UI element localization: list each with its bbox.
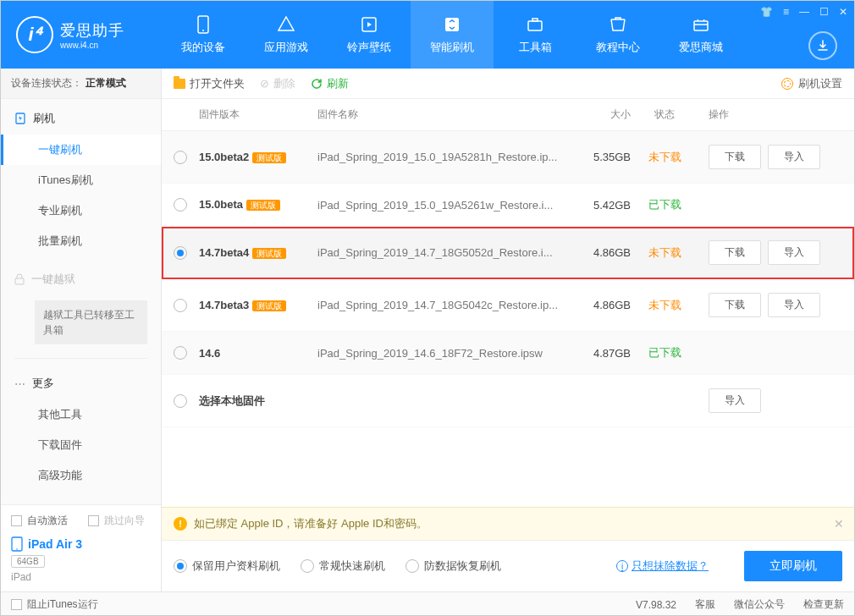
delete-icon: ⊘	[260, 77, 269, 90]
sidebar-item-more-1[interactable]: 下载固件	[1, 430, 161, 460]
option-keep-data[interactable]: 保留用户资料刷机	[174, 558, 280, 574]
refresh-button[interactable]: 刷新	[311, 76, 349, 91]
toolbar: 打开文件夹 ⊘删除 刷新 刷机设置	[162, 69, 854, 99]
sidebar-item-more-0[interactable]: 其他工具	[1, 399, 161, 430]
beta-badge: 测试版	[246, 200, 280, 211]
action-bar: 保留用户资料刷机 常规快速刷机 防数据恢复刷机 i只想抹除数据？ 立即刷机	[162, 540, 854, 591]
table-row[interactable]: 14.7beta4测试版iPad_Spring_2019_14.7_18G505…	[162, 227, 854, 279]
nav-icon	[525, 14, 545, 35]
nav-icon	[608, 14, 628, 35]
open-folder-button[interactable]: 打开文件夹	[174, 76, 245, 91]
svg-point-10	[16, 548, 18, 550]
connection-status: 设备连接状态：正常模式	[1, 69, 161, 99]
nav-6[interactable]: 爱思商城	[659, 1, 742, 69]
more-icon: ⋯	[14, 377, 25, 390]
flash-now-button[interactable]: 立即刷机	[744, 551, 842, 581]
row-radio[interactable]	[174, 299, 187, 312]
table-row[interactable]: 15.0beta测试版iPad_Spring_2019_15.0_19A5261…	[162, 184, 854, 227]
skin-icon[interactable]: 👕	[760, 6, 773, 18]
table-row[interactable]: 选择本地固件导入	[162, 375, 854, 427]
flash-settings-button[interactable]: 刷机设置	[781, 76, 842, 91]
nav-5[interactable]: 教程中心	[576, 1, 659, 69]
table-header: 固件版本 固件名称 大小 状态 操作	[162, 99, 854, 131]
apple-id-notice: ! 如已绑定 Apple ID，请准备好 Apple ID和密码。 ✕	[162, 507, 854, 540]
sidebar-item-flash-1[interactable]: iTunes刷机	[1, 165, 161, 195]
erase-data-link[interactable]: i只想抹除数据？	[616, 558, 709, 574]
table-row[interactable]: 14.7beta3测试版iPad_Spring_2019_14.7_18G504…	[162, 279, 854, 332]
import-button[interactable]: 导入	[768, 293, 820, 317]
table-row[interactable]: 14.6iPad_Spring_2019_14.6_18F72_Restore.…	[162, 332, 854, 375]
nav-icon	[442, 14, 462, 35]
nav-1[interactable]: 应用游戏	[245, 1, 328, 69]
nav-icon	[276, 14, 296, 35]
minimize-icon[interactable]: —	[799, 6, 809, 18]
delete-button[interactable]: ⊘删除	[260, 76, 295, 91]
firmware-table: 15.0beta2测试版iPad_Spring_2019_15.0_19A528…	[162, 131, 854, 507]
download-button[interactable]: 下载	[709, 240, 761, 265]
row-radio[interactable]	[174, 394, 187, 408]
nav-icon	[359, 14, 379, 35]
info-icon: i	[616, 560, 628, 572]
main-content: 打开文件夹 ⊘删除 刷新 刷机设置 固件版本 固件名称 大小 状态 操作 15.…	[162, 69, 854, 591]
jailbreak-note: 越狱工具已转移至工具箱	[35, 300, 147, 344]
import-button[interactable]: 导入	[768, 145, 820, 169]
sidebar-item-flash-3[interactable]: 批量刷机	[1, 226, 161, 256]
sidebar-head-flash[interactable]: 刷机	[1, 102, 161, 135]
nav-2[interactable]: 铃声壁纸	[328, 1, 411, 69]
lock-icon	[14, 273, 25, 285]
row-radio[interactable]	[174, 346, 187, 360]
check-update-link[interactable]: 检查更新	[803, 597, 844, 612]
ipad-icon	[11, 536, 23, 552]
row-radio[interactable]	[174, 246, 187, 260]
download-button[interactable]: 下载	[709, 145, 761, 169]
row-radio[interactable]	[174, 198, 187, 212]
option-anti-recovery[interactable]: 防数据恢复刷机	[405, 558, 501, 574]
skip-guide-checkbox[interactable]	[88, 515, 99, 526]
download-button[interactable]: 下载	[709, 293, 761, 317]
nav-icon	[193, 14, 213, 35]
device-name[interactable]: iPad Air 3	[11, 536, 151, 552]
beta-badge: 测试版	[252, 300, 286, 311]
app-title: 爱思助手	[60, 20, 124, 41]
auto-activate-checkbox[interactable]	[11, 515, 22, 526]
nav-0[interactable]: 我的设备	[162, 1, 245, 69]
table-row[interactable]: 15.0beta2测试版iPad_Spring_2019_15.0_19A528…	[162, 131, 854, 184]
logo: i⁴ 爱思助手 www.i4.cn	[1, 1, 162, 69]
folder-icon	[174, 79, 185, 89]
row-radio[interactable]	[174, 151, 187, 164]
block-itunes-checkbox[interactable]	[11, 599, 22, 610]
sidebar-head-more[interactable]: ⋯ 更多	[1, 367, 161, 399]
notice-close-icon[interactable]: ✕	[834, 517, 844, 531]
close-icon[interactable]: ✕	[839, 6, 847, 18]
logo-icon: i⁴	[16, 16, 53, 53]
sidebar-item-more-2[interactable]: 高级功能	[1, 460, 161, 491]
beta-badge: 测试版	[252, 152, 286, 163]
storage-badge: 64GB	[11, 555, 45, 568]
nav-3[interactable]: 智能刷机	[411, 1, 494, 69]
menu-icon[interactable]: ≡	[783, 6, 789, 18]
svg-rect-8	[15, 278, 24, 284]
gear-icon	[781, 78, 793, 90]
device-type: iPad	[11, 571, 151, 583]
app-header: i⁴ 爱思助手 www.i4.cn 我的设备应用游戏铃声壁纸智能刷机工具箱教程中…	[1, 1, 854, 69]
footer: 阻止iTunes运行 V7.98.32 客服 微信公众号 检查更新	[1, 591, 854, 616]
nav-4[interactable]: 工具箱	[494, 1, 576, 69]
app-subtitle: www.i4.cn	[60, 41, 124, 50]
maximize-icon[interactable]: ☐	[819, 6, 829, 18]
service-link[interactable]: 客服	[695, 597, 715, 612]
svg-rect-5	[532, 19, 538, 21]
header-download-icon[interactable]	[808, 31, 837, 60]
import-button[interactable]: 导入	[709, 388, 761, 413]
main-nav: 我的设备应用游戏铃声壁纸智能刷机工具箱教程中心爱思商城	[162, 1, 854, 69]
svg-point-1	[202, 30, 204, 31]
refresh-icon	[311, 78, 323, 90]
sidebar-item-flash-2[interactable]: 专业刷机	[1, 195, 161, 226]
import-button[interactable]: 导入	[768, 240, 820, 265]
nav-icon	[691, 14, 711, 35]
flash-icon	[14, 113, 26, 124]
window-controls: 👕 ≡ — ☐ ✕	[760, 6, 847, 18]
wechat-link[interactable]: 微信公众号	[734, 597, 785, 612]
version-label: V7.98.32	[636, 599, 676, 611]
option-fast-flash[interactable]: 常规快速刷机	[301, 558, 385, 574]
sidebar-item-flash-0[interactable]: 一键刷机	[1, 135, 161, 165]
